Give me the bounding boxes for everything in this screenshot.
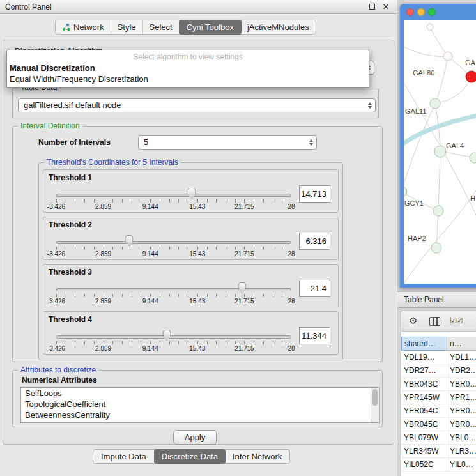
attributes-items: SelfLoopsTopologicalCoefficientBetweenne… xyxy=(21,388,379,420)
slider-thumb[interactable] xyxy=(188,188,196,199)
column-header-shared-name[interactable]: shared… xyxy=(401,337,447,351)
tab-network[interactable]: Network xyxy=(56,20,111,34)
tick-label: 9.144 xyxy=(142,298,158,305)
apply-button[interactable]: Apply xyxy=(173,430,217,445)
slider-thumb[interactable] xyxy=(238,282,246,293)
table-cell: YBR043C xyxy=(401,378,447,390)
table-cell: YDR2… xyxy=(447,364,476,377)
tick-label: 15.43 xyxy=(189,250,205,257)
attribute-item[interactable]: TopologicalCoefficient xyxy=(21,399,379,410)
table-cell: YDR27… xyxy=(401,364,447,377)
table-cell: YBL0… xyxy=(447,431,476,444)
table-panel-window: ⚙ ☑☑ shared… n… YDL19…YDL1…YDR27…YDR2…YB… xyxy=(401,311,476,476)
stepper-icon xyxy=(309,139,313,146)
slider-track[interactable] xyxy=(56,194,291,197)
tab-style[interactable]: Style xyxy=(111,20,143,34)
selected-node[interactable] xyxy=(466,71,476,82)
tick-label: 9.144 xyxy=(142,203,158,210)
threshold-block: Threshold 1 -3.4262.8599.14415.4321.7152… xyxy=(43,169,339,213)
table-panel-header: Table Panel xyxy=(397,291,476,308)
tick-label: 28 xyxy=(288,250,295,257)
select-columns-icon[interactable]: ☑☑ xyxy=(450,316,463,325)
threshold-slider[interactable]: -3.4262.8599.14415.4321.71528 xyxy=(56,327,291,354)
tab-label: Network xyxy=(73,22,104,32)
table-row[interactable]: YBR043CYBR0… xyxy=(401,378,476,391)
node-label: GAL4 xyxy=(446,142,464,150)
table-row[interactable]: YLR345WYLR3… xyxy=(401,445,476,458)
node-label: GCY1 xyxy=(404,199,424,207)
threshold-slider[interactable]: -3.4262.8599.14415.4321.71528 xyxy=(56,185,291,212)
columns-icon[interactable] xyxy=(429,317,440,326)
table-row[interactable]: YBR045CYBR0… xyxy=(401,418,476,431)
bottom-tab-infer-network[interactable]: Infer Network xyxy=(225,450,289,463)
bottom-tab-discretize-data[interactable]: Discretize Data xyxy=(154,449,226,464)
network-node[interactable] xyxy=(433,206,443,216)
popup-option-equal-width-frequency[interactable]: Equal Width/Frequency Discretization xyxy=(7,73,369,84)
traffic-light-minimize[interactable] xyxy=(417,8,425,16)
interval-definition-group: Interval Definition Number of Intervals … xyxy=(12,126,383,362)
float-window-icon xyxy=(369,4,375,10)
slider-track[interactable] xyxy=(56,241,291,244)
tab-label: Style xyxy=(118,22,136,32)
tab-cyni-toolbox[interactable]: Cyni Toolbox xyxy=(179,20,242,35)
network-node[interactable] xyxy=(431,243,441,253)
traffic-light-zoom[interactable] xyxy=(428,8,436,16)
tab-select[interactable]: Select xyxy=(143,20,180,34)
tick-label: 15.43 xyxy=(189,298,205,305)
table-data-combo[interactable]: galFiltered.sif default node xyxy=(18,98,376,112)
popup-option-manual-discretization[interactable]: Manual Discretization xyxy=(7,63,369,73)
table-row[interactable]: YBL079WYBL0… xyxy=(401,431,476,445)
traffic-light-close[interactable] xyxy=(406,8,414,16)
attribute-item[interactable]: SelfLoops xyxy=(21,388,379,399)
slider-ticks xyxy=(56,341,291,344)
table-row[interactable]: YDL19…YDL1… xyxy=(401,351,476,364)
network-node[interactable] xyxy=(430,98,440,109)
tab-jactivemnodules[interactable]: jActiveMNodules xyxy=(241,20,316,34)
gear-icon[interactable]: ⚙ xyxy=(409,315,417,326)
threshold-value-field[interactable]: 6.316 xyxy=(299,233,330,250)
threshold-value-field[interactable]: 21.4 xyxy=(299,280,330,297)
close-button[interactable]: ✕ xyxy=(381,3,390,12)
bottom-tab-impute-data[interactable]: Impute Data xyxy=(93,450,155,463)
column-header-name[interactable]: n… xyxy=(447,337,476,351)
table-cell: YBR045C xyxy=(401,418,447,431)
attributes-scrollbar[interactable] xyxy=(371,388,379,422)
scrollbar-thumb[interactable] xyxy=(372,389,378,406)
table-row[interactable]: YIL052CYIL0… xyxy=(401,458,476,472)
attributes-list[interactable]: SelfLoopsTopologicalCoefficientBetweenne… xyxy=(20,387,380,423)
threshold-slider[interactable]: -3.4262.8599.14415.4321.71528 xyxy=(56,233,291,259)
slider-track[interactable] xyxy=(56,335,291,339)
network-node[interactable] xyxy=(434,146,446,157)
node-label: H xyxy=(470,194,475,202)
algorithm-dropdown-popup: Select algorithm to view settings Manual… xyxy=(6,50,369,88)
slider-thumb[interactable] xyxy=(125,235,134,246)
threshold-slider[interactable]: -3.4262.8599.14415.4321.71528 xyxy=(56,280,291,307)
table-row[interactable]: YPR145WYPR1… xyxy=(401,391,476,404)
network-canvas[interactable]: GAL80GAGAL11GAL4GCY1HHAP2 xyxy=(404,20,476,284)
attribute-item[interactable]: BetweennessCentrality xyxy=(21,410,379,420)
bottom-tab-bar: Impute DataDiscretize DataInfer Network xyxy=(93,449,290,464)
number-of-intervals-value: 5 xyxy=(144,137,148,147)
network-view-window: GAL80GAGAL11GAL4GCY1HHAP2 xyxy=(400,4,476,288)
table-row[interactable]: YER054CYER0… xyxy=(401,404,476,418)
node-label: GA xyxy=(465,59,476,66)
network-node[interactable] xyxy=(443,52,452,61)
slider-thumb[interactable] xyxy=(162,330,171,341)
table-rows: YDL19…YDL1…YDR27…YDR2…YBR043CYBR0…YPR145… xyxy=(401,351,476,472)
slider-track[interactable] xyxy=(56,288,291,291)
network-node[interactable] xyxy=(404,187,407,197)
threshold-value-field[interactable]: 11.344 xyxy=(299,327,330,344)
slider-ticks xyxy=(56,199,291,203)
network-node[interactable] xyxy=(427,24,433,30)
float-window-button[interactable] xyxy=(367,3,376,12)
tick-label: 21.715 xyxy=(234,250,254,257)
number-of-intervals-combo[interactable]: 5 xyxy=(138,135,317,150)
network-graph[interactable]: GAL80GAGAL11GAL4GCY1HHAP2 xyxy=(404,20,476,284)
tick-label: 9.144 xyxy=(142,345,158,352)
table-cell: YDL19… xyxy=(401,351,447,364)
node-table: shared… n… YDL19…YDL1…YDR27…YDR2…YBR043C… xyxy=(401,332,476,476)
network-node[interactable] xyxy=(470,153,476,163)
threshold-value-field[interactable]: 14.713 xyxy=(299,185,330,203)
table-row[interactable]: YDR27…YDR2… xyxy=(401,364,476,378)
table-cell: YBL079W xyxy=(401,431,447,444)
